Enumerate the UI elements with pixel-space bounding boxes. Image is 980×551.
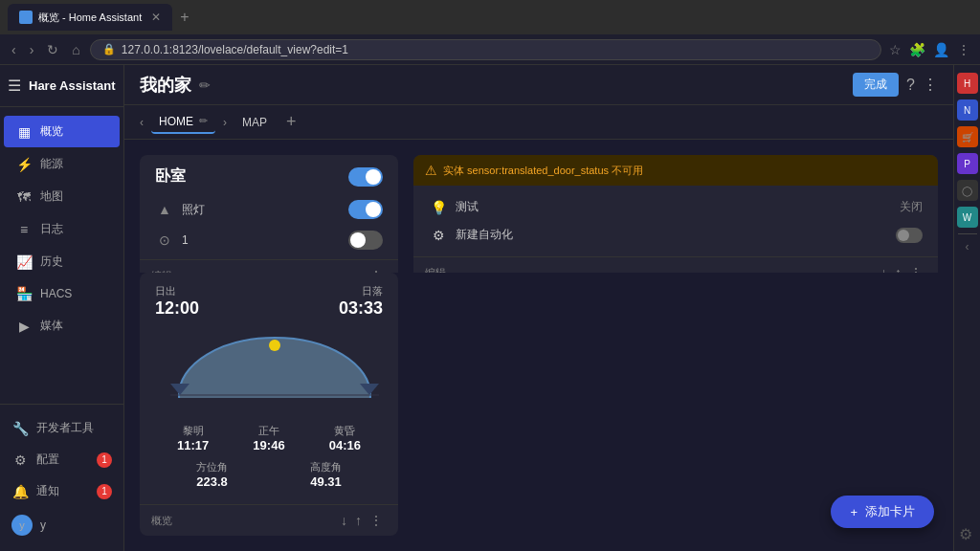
sidebar-label-hacs: HACS xyxy=(40,287,72,300)
alert-card: ⚠ 实体 sensor:translated_door_status 不可用 💡… xyxy=(413,155,938,273)
notifications-badge: 1 xyxy=(97,484,112,499)
sidebar-label-overview: 概览 xyxy=(40,123,63,140)
sidebar-item-energy[interactable]: ⚡ 能源 xyxy=(4,148,120,180)
alert-card-footer: 编辑 ↓ ↑ ⋮ xyxy=(413,256,938,273)
main-content: 我的家 ✏ 完成 ? ⋮ ‹ HOME ✏ › MAP + 卧室 xyxy=(124,65,953,551)
page-title: 我的家 xyxy=(140,74,191,97)
profile-icon[interactable]: 👤 xyxy=(931,40,951,59)
sun-footer-more[interactable]: ⋮ xyxy=(366,511,387,530)
browser-actions: ☆ 🧩 👤 ⋮ xyxy=(887,40,972,59)
bedroom-row-light: ▲ 照灯 xyxy=(140,194,398,225)
bedroom-main-toggle[interactable] xyxy=(348,167,383,187)
bedroom-footer-up[interactable]: ↑ xyxy=(351,266,366,273)
sidebar-label-energy: 能源 xyxy=(40,156,63,172)
sidebar-item-notifications[interactable]: 🔔 通知 1 xyxy=(0,475,123,507)
bookmark-icon[interactable]: ☆ xyxy=(887,40,903,59)
sunrise-info: 日出 12:00 xyxy=(155,284,199,319)
bedroom-card-title: 卧室 xyxy=(155,166,186,187)
ext-btn-1[interactable]: H xyxy=(957,73,978,94)
automation-toggle[interactable] xyxy=(896,228,923,243)
warning-icon: ⚠ xyxy=(425,163,437,178)
app: ☰ Hare Assistant ▦ 概览 ⚡ 能源 🗺 地图 ≡ 日志 📈 xyxy=(0,65,980,551)
elevation-info: 高度角 49.31 xyxy=(310,460,342,489)
tab-next-arrow[interactable]: › xyxy=(223,116,227,129)
sunrise-label: 日出 xyxy=(155,284,199,298)
sidebar-item-history[interactable]: 📈 历史 xyxy=(4,246,120,277)
dawn-info: 黎明 11:17 xyxy=(177,424,209,452)
settings-gear-icon[interactable]: ⚙ xyxy=(959,525,972,543)
home-button[interactable]: ⌂ xyxy=(68,40,83,59)
ext-btn-6[interactable]: W xyxy=(957,207,978,228)
sidebar-item-log[interactable]: ≡ 日志 xyxy=(4,213,120,245)
light-toggle[interactable] xyxy=(348,200,383,219)
timer-toggle[interactable] xyxy=(348,231,383,250)
map-icon: 🗺 xyxy=(15,189,33,205)
tab-prev-arrow[interactable]: ‹ xyxy=(140,116,144,129)
dusk-info: 黄昏 04:16 xyxy=(329,424,361,452)
azimuth-info: 方位角 223.8 xyxy=(196,460,228,489)
alert-footer-label: 编辑 xyxy=(425,266,877,274)
refresh-button[interactable]: ↻ xyxy=(43,40,62,59)
alert-footer-down[interactable]: ↓ xyxy=(877,263,891,273)
ext-btn-5[interactable]: ◯ xyxy=(957,180,978,201)
address-bar[interactable]: 🔒 127.0.0.1:8123/lovelace/default_view?e… xyxy=(90,39,881,60)
lock-icon: 🔒 xyxy=(102,43,116,55)
sidebar-item-config[interactable]: ⚙ 配置 1 xyxy=(0,444,123,475)
sun-details: 黎明 11:17 正午 19:46 黄昏 04:16 xyxy=(155,424,383,452)
elevation-label: 高度角 xyxy=(310,460,342,474)
right-panel: H N 🛒 P ◯ W ‹ xyxy=(953,65,980,551)
tab-map[interactable]: MAP xyxy=(234,112,275,133)
tab-favicon xyxy=(19,11,33,24)
add-tab-button[interactable]: + xyxy=(286,112,297,132)
alert-text: 实体 sensor:translated_door_status 不可用 xyxy=(443,164,643,178)
alert-footer-more[interactable]: ⋮ xyxy=(905,263,926,273)
tab-home-edit-icon[interactable]: ✏ xyxy=(199,115,208,127)
bedroom-card-footer: 编辑 ↓ ↑ ⋮ xyxy=(140,259,398,273)
tab-bar: 概览 - Home Assistant ✕ + xyxy=(8,4,193,31)
sidebar-label-media: 媒体 xyxy=(40,318,63,334)
ext-btn-2[interactable]: N xyxy=(957,99,978,121)
help-button[interactable]: ? xyxy=(906,77,915,94)
panel-divider xyxy=(958,233,977,234)
sidebar-item-map[interactable]: 🗺 地图 xyxy=(4,181,120,212)
add-card-fab[interactable]: + 添加卡片 xyxy=(831,496,934,528)
test-label: 测试 xyxy=(456,199,892,215)
sidebar-label-notifications: 通知 xyxy=(36,483,59,499)
browser-chrome: 概览 - Home Assistant ✕ + xyxy=(0,0,980,34)
noon-label: 正午 xyxy=(253,424,284,438)
tab-close[interactable]: ✕ xyxy=(151,11,161,24)
sun-footer-down[interactable]: ↓ xyxy=(337,511,351,530)
hamburger-icon[interactable]: ☰ xyxy=(8,77,21,95)
bedroom-card: 卧室 ▲ 照灯 ⊙ 1 编辑 ↓ ↑ ⋮ xyxy=(140,155,398,273)
alert-row-automation: ⚙ 新建自动化 xyxy=(413,221,938,249)
extensions-icon[interactable]: 🧩 xyxy=(907,40,927,59)
sun-card-inner: 日出 12:00 日落 03:33 xyxy=(140,273,398,500)
sidebar-item-media[interactable]: ▶ 媒体 xyxy=(4,310,120,342)
sidebar-item-overview[interactable]: ▦ 概览 xyxy=(4,116,120,147)
overview-icon: ▦ xyxy=(15,124,33,140)
dawn-label: 黎明 xyxy=(177,424,209,438)
sidebar-item-devtools[interactable]: 🔧 开发者工具 xyxy=(0,412,123,444)
test-close-btn[interactable]: 关闭 xyxy=(900,199,923,215)
sun-footer-up[interactable]: ↑ xyxy=(351,511,366,530)
alert-footer-up[interactable]: ↑ xyxy=(891,263,905,273)
dusk-label: 黄昏 xyxy=(329,424,361,438)
active-tab[interactable]: 概览 - Home Assistant ✕ xyxy=(8,4,172,31)
back-button[interactable]: ‹ xyxy=(8,40,20,59)
tab-home[interactable]: HOME ✏ xyxy=(151,111,215,134)
bedroom-footer-more[interactable]: ⋮ xyxy=(366,266,387,273)
done-button[interactable]: 完成 xyxy=(853,73,899,97)
tab-label: 概览 - Home Assistant xyxy=(38,11,142,25)
edit-page-icon[interactable]: ✏ xyxy=(199,77,211,93)
automation-label: 新建自动化 xyxy=(456,227,888,243)
panel-collapse-arrow[interactable]: ‹ xyxy=(966,240,969,253)
bedroom-footer-down[interactable]: ↓ xyxy=(337,266,351,273)
settings-menu-icon[interactable]: ⋮ xyxy=(955,40,972,59)
ext-btn-4[interactable]: P xyxy=(957,153,978,174)
ext-btn-3[interactable]: 🛒 xyxy=(957,126,978,147)
sidebar-item-hacs[interactable]: 🏪 HACS xyxy=(4,278,120,309)
new-tab-button[interactable]: + xyxy=(176,9,192,26)
forward-button[interactable]: › xyxy=(26,40,38,59)
more-button[interactable]: ⋮ xyxy=(923,76,938,94)
sidebar-item-user[interactable]: y y xyxy=(0,507,123,543)
